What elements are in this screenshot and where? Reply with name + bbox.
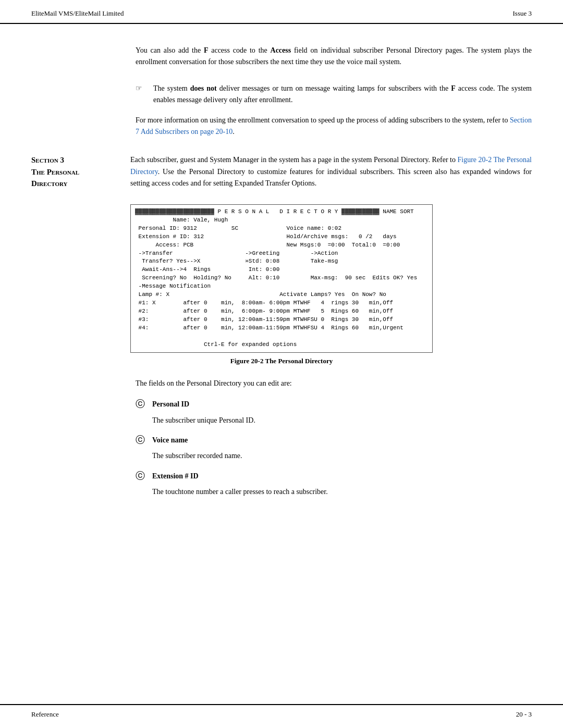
intro-section: You can also add the F access code to th… [31,45,532,68]
section-title-line1: The Personal [31,166,130,178]
second-paragraph: For more information on using the enroll… [136,115,532,138]
section-number: Section 3 [31,154,130,166]
bullet-label-3: Extension # ID [152,471,199,482]
page-footer: Reference 20 - 3 [0,704,563,728]
bullet-desc-3: The touchtone number a caller presses to… [152,486,532,498]
does-not-bold: does not [190,84,217,92]
intro-text: You can also add the F access code to th… [136,45,532,68]
terminal-screenshot: ▓▓▓▓▓▓▓▓▓▓▓▓▓▓▓▓▓▓▓▓▓▓▓ P E R S O N A L … [130,204,433,353]
main-content: You can also add the F access code to th… [0,24,563,538]
bullet-label-1: Personal ID [152,399,189,410]
page-header: EliteMail VMS/EliteMail Limited Issue 3 [0,0,563,24]
bullet-icon-2: ⓒ [136,435,147,446]
note-text: The system does not deliver messages or … [153,83,532,106]
figure-caption-text: Figure 20-2 The Personal Directory [230,357,333,365]
f-code-bold: F [204,46,209,54]
figure-link[interactable]: Figure 20-2 The Personal Directory [130,156,532,175]
bullet-extension-id: ⓒ Extension # ID [136,471,532,482]
section-label: Section 3 The Personal Directory [31,154,130,190]
note-icon: ☞ [136,84,148,93]
f-code-note-bold: F [451,84,456,92]
header-right: Issue 3 [513,9,532,18]
bullet-desc-1: The subscriber unique Personal ID. [152,415,532,426]
figure-caption: Figure 20-2 The Personal Directory [31,357,532,365]
terminal-content: ▓▓▓▓▓▓▓▓▓▓▓▓▓▓▓▓▓▓▓▓▓▓▓ P E R S O N A L … [135,208,428,349]
bullet-label-2: Voice name [152,435,188,446]
section-row: Section 3 The Personal Directory Each su… [31,154,532,190]
note-block: ☞ The system does not deliver messages o… [136,83,532,106]
bullet-icon-3: ⓒ [136,471,147,482]
header-left: EliteMail VMS/EliteMail Limited [31,9,124,18]
access-bold: Access [271,46,291,54]
footer-left: Reference [31,710,59,719]
bullet-voice-name: ⓒ Voice name [136,435,532,446]
section7-link[interactable]: Section 7 Add Subscribers on page 20-10 [136,116,532,135]
fields-intro: The fields on the Personal Directory you… [136,378,532,389]
bullet-personal-id: ⓒ Personal ID [136,399,532,410]
section-title-line2: Directory [31,178,130,190]
footer-right: 20 - 3 [516,710,532,719]
section-body: Each subscriber, guest and System Manage… [130,154,532,190]
bullet-icon-1: ⓒ [136,399,147,410]
bullet-desc-2: The subscriber recorded name. [152,450,532,462]
